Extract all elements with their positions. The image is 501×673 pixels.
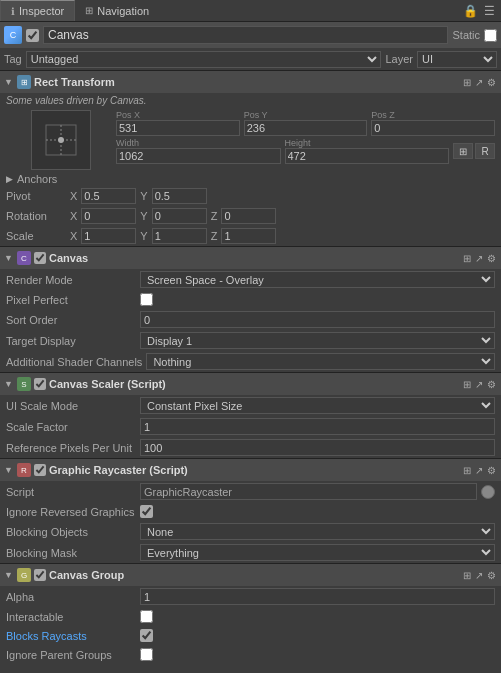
alpha-input[interactable] <box>140 588 495 605</box>
reference-pixels-label: Reference Pixels Per Unit <box>6 442 136 454</box>
raycaster-collapse-arrow[interactable]: ▼ <box>4 465 14 475</box>
scaler-expand-btn[interactable]: ↗ <box>474 379 484 390</box>
pivot-x-input[interactable] <box>81 188 136 204</box>
canvas-expand-btn[interactable]: ↗ <box>474 253 484 264</box>
interactable-checkbox[interactable] <box>140 610 153 623</box>
tab-inspector[interactable]: ℹ Inspector <box>0 0 75 21</box>
script-value-input[interactable] <box>140 483 477 500</box>
canvas-enable-checkbox[interactable] <box>34 252 46 264</box>
rt-pos-y-group: Pos Y <box>244 110 368 136</box>
blocking-mask-select[interactable]: Everything <box>140 544 495 561</box>
pixel-perfect-checkbox[interactable] <box>140 293 153 306</box>
canvas-scaler-title: Canvas Scaler (Script) <box>49 378 459 390</box>
raycaster-menu-btn[interactable]: ⚙ <box>486 465 497 476</box>
rect-expand-btn[interactable]: ↗ <box>474 77 484 88</box>
target-display-select[interactable]: Display 1 <box>140 332 495 349</box>
scale-factor-input[interactable] <box>140 418 495 435</box>
scale-x-input[interactable] <box>81 228 136 244</box>
sort-order-input[interactable] <box>140 311 495 328</box>
menu-icon-btn[interactable]: ☰ <box>482 4 497 18</box>
group-menu-btn[interactable]: ⚙ <box>486 570 497 581</box>
anchors-label: Anchors <box>17 173 57 185</box>
object-icon: C <box>4 26 22 44</box>
ignore-parent-checkbox[interactable] <box>140 648 153 661</box>
scaler-enable-checkbox[interactable] <box>34 378 46 390</box>
additional-shader-label: Additional Shader Channels <box>6 356 142 368</box>
svg-point-3 <box>58 137 64 143</box>
rotation-x-input[interactable] <box>81 208 136 224</box>
scaler-icon: S <box>17 377 31 391</box>
ui-scale-mode-select[interactable]: Constant Pixel Size <box>140 397 495 414</box>
rt-height-input[interactable] <box>285 148 450 164</box>
canvas-menu-btn[interactable]: ⚙ <box>486 253 497 264</box>
raycaster-icon: R <box>17 463 31 477</box>
object-active-checkbox[interactable] <box>26 29 39 42</box>
rotation-z-input[interactable] <box>221 208 276 224</box>
sort-order-label: Sort Order <box>6 314 136 326</box>
rt-pos-y-input[interactable] <box>244 120 368 136</box>
canvas-collapse-arrow[interactable]: ▼ <box>4 253 14 263</box>
canvas-icon: C <box>17 251 31 265</box>
rect-layout-btn[interactable]: ⊞ <box>462 77 472 88</box>
rotation-z-label: Z <box>211 210 218 222</box>
anchor-visual <box>41 120 81 160</box>
layer-select[interactable]: UI <box>417 51 497 68</box>
scale-y-input[interactable] <box>152 228 207 244</box>
group-collapse-arrow[interactable]: ▼ <box>4 570 14 580</box>
group-layout-btn[interactable]: ⊞ <box>462 570 472 581</box>
script-picker-icon[interactable] <box>481 485 495 499</box>
lock-icon-btn[interactable]: 🔒 <box>461 4 480 18</box>
group-enable-checkbox[interactable] <box>34 569 46 581</box>
scaler-actions: ⊞ ↗ ⚙ <box>462 379 497 390</box>
rt-btn-r[interactable]: R <box>475 143 495 159</box>
tag-select[interactable]: Untagged <box>26 51 382 68</box>
raycaster-expand-btn[interactable]: ↗ <box>474 465 484 476</box>
scale-row: Scale X Y Z <box>0 226 501 246</box>
rt-width-label: Width <box>116 138 281 148</box>
rt-anchor-box[interactable] <box>31 110 91 170</box>
blocks-raycasts-label[interactable]: Blocks Raycasts <box>6 630 136 642</box>
target-display-row: Target Display Display 1 <box>0 330 501 351</box>
object-name-input[interactable] <box>43 26 448 44</box>
ignore-reversed-checkbox[interactable] <box>140 505 153 518</box>
rt-pos-z-input[interactable] <box>371 120 495 136</box>
reference-pixels-input[interactable] <box>140 439 495 456</box>
pivot-y-input[interactable] <box>152 188 207 204</box>
tag-label: Tag <box>4 53 22 65</box>
raycaster-layout-btn[interactable]: ⊞ <box>462 465 472 476</box>
static-checkbox[interactable] <box>484 29 497 42</box>
rt-pos-row: Pos X Pos Y Pos Z <box>116 110 495 136</box>
scale-z-input[interactable] <box>221 228 276 244</box>
pixel-perfect-label: Pixel Perfect <box>6 294 136 306</box>
raycaster-header: ▼ R Graphic Raycaster (Script) ⊞ ↗ ⚙ <box>0 459 501 481</box>
add-component-row: Add Component <box>0 664 501 673</box>
rt-width-group: Width <box>116 138 281 164</box>
tab-bar: ℹ Inspector ⊞ Navigation 🔒 ☰ <box>0 0 501 22</box>
rt-pos-x-input[interactable] <box>116 120 240 136</box>
raycaster-enable-checkbox[interactable] <box>34 464 46 476</box>
pivot-label: Pivot <box>6 190 66 202</box>
ignore-parent-label: Ignore Parent Groups <box>6 649 136 661</box>
canvas-layout-btn[interactable]: ⊞ <box>462 253 472 264</box>
rt-width-input[interactable] <box>116 148 281 164</box>
group-expand-btn[interactable]: ↗ <box>474 570 484 581</box>
rotation-y-input[interactable] <box>152 208 207 224</box>
anchors-arrow[interactable]: ▶ <box>6 174 13 184</box>
blocking-objects-select[interactable]: None <box>140 523 495 540</box>
scaler-menu-btn[interactable]: ⚙ <box>486 379 497 390</box>
blocks-raycasts-checkbox[interactable] <box>140 629 153 642</box>
tab-navigation[interactable]: ⊞ Navigation <box>75 0 159 21</box>
rect-menu-btn[interactable]: ⚙ <box>486 77 497 88</box>
tab-actions: 🔒 ☰ <box>461 4 501 18</box>
render-mode-select[interactable]: Screen Space - Overlay <box>140 271 495 288</box>
scaler-collapse-arrow[interactable]: ▼ <box>4 379 14 389</box>
rt-pos-z-label: Pos Z <box>371 110 495 120</box>
additional-shader-select[interactable]: Nothing <box>146 353 495 370</box>
rotation-row: Rotation X Y Z <box>0 206 501 226</box>
rect-collapse-arrow[interactable]: ▼ <box>4 77 14 87</box>
canvas-header: ▼ C Canvas ⊞ ↗ ⚙ <box>0 247 501 269</box>
interactable-label: Interactable <box>6 611 136 623</box>
scaler-layout-btn[interactable]: ⊞ <box>462 379 472 390</box>
blocking-objects-label: Blocking Objects <box>6 526 136 538</box>
rt-btn-square[interactable]: ⊞ <box>453 143 473 159</box>
